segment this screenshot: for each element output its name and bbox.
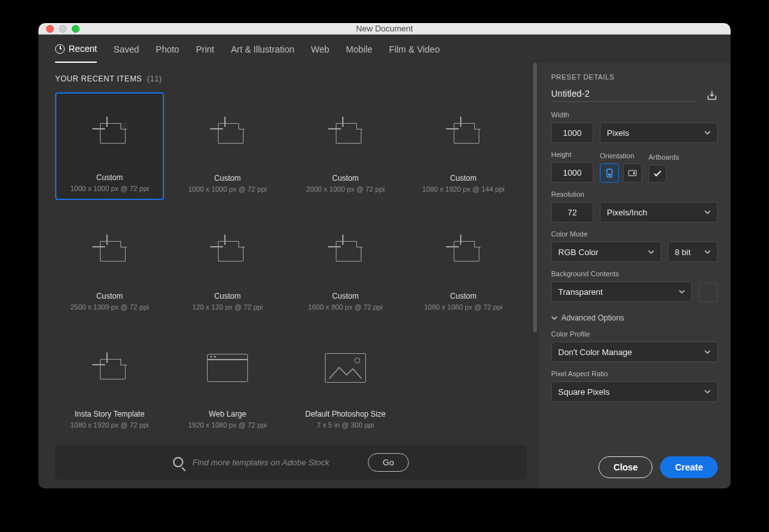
width-unit-value: Pixels [607, 128, 629, 138]
preset-card-subtitle: 1920 x 1080 px @ 72 ppi [188, 421, 267, 429]
preset-card[interactable]: Custom1000 x 1000 px @ 72 ppi [173, 92, 282, 200]
preset-card[interactable]: Web Large1920 x 1080 px @ 72 ppi [173, 328, 282, 436]
window-title: New Document [38, 24, 731, 33]
preset-card[interactable]: Default Photoshop Size7 x 5 in @ 300 ppi [291, 328, 400, 436]
chevron-down-icon [704, 388, 711, 395]
preset-card-subtitle: 2500 x 1309 px @ 72 ppi [70, 303, 149, 311]
resolution-input[interactable]: 72 [551, 202, 593, 222]
preset-grid: Custom1000 x 1000 px @ 72 ppiCustom1000 … [55, 92, 527, 436]
preset-card-subtitle: 7 x 5 in @ 300 ppi [317, 421, 374, 429]
preset-details-heading: PRESET DETAILS [551, 73, 718, 81]
page-icon [210, 211, 245, 289]
tab-print[interactable]: Print [196, 44, 215, 62]
svg-rect-1 [608, 174, 611, 176]
chevron-down-icon [704, 209, 711, 215]
chevron-down-icon [704, 349, 711, 355]
stock-search-bar: Find more templates on Adobe Stock Go [55, 445, 527, 479]
preset-card[interactable]: Custom120 x 120 px @ 72 ppi [173, 210, 282, 318]
photo-icon [325, 329, 366, 407]
save-preset-icon[interactable] [706, 90, 718, 101]
page-icon [446, 211, 481, 289]
preset-card-title: Custom [96, 292, 122, 301]
color-profile-value: Don't Color Manage [558, 347, 632, 357]
stock-search-input[interactable]: Find more templates on Adobe Stock [192, 458, 359, 467]
tab-label: Photo [156, 44, 179, 54]
close-button[interactable]: Close [599, 456, 652, 478]
color-profile-select[interactable]: Don't Color Manage [551, 342, 718, 362]
preset-card[interactable]: Custom1080 x 1080 px @ 72 ppi [409, 210, 518, 318]
scrollbar[interactable] [533, 63, 537, 332]
background-select[interactable]: Transparent [551, 281, 692, 302]
tab-art-illustration[interactable]: Art & Illustration [231, 44, 294, 62]
tab-photo[interactable]: Photo [156, 44, 179, 62]
tab-label: Mobile [346, 44, 372, 54]
orientation-portrait-button[interactable] [600, 163, 619, 183]
preset-card[interactable]: Insta Story Template1080 x 1920 px @ 72 … [55, 328, 164, 436]
preset-details-panel: PRESET DETAILS Untitled-2 Width 1000 Pix… [538, 63, 731, 488]
create-button[interactable]: Create [660, 456, 718, 478]
resolution-label: Resolution [551, 190, 718, 198]
orientation-label: Orientation [600, 152, 642, 160]
tab-label: Saved [113, 44, 139, 54]
tab-web[interactable]: Web [311, 44, 329, 62]
go-button[interactable]: Go [368, 453, 408, 472]
width-input[interactable]: 1000 [551, 122, 593, 143]
tab-recent[interactable]: Recent [55, 44, 97, 63]
preset-card[interactable]: Custom2500 x 1309 px @ 72 ppi [55, 210, 164, 318]
preset-card[interactable]: Custom1000 x 1000 px @ 72 ppi [55, 92, 164, 200]
pixel-aspect-ratio-select[interactable]: Square Pixels [551, 381, 718, 402]
color-mode-label: Color Mode [551, 230, 718, 238]
tab-label: Art & Illustration [231, 44, 294, 54]
preset-card-title: Insta Story Template [74, 410, 144, 419]
tab-label: Web [311, 44, 329, 54]
svg-rect-2 [629, 170, 636, 176]
width-label: Width [551, 111, 718, 119]
background-color-swatch[interactable] [699, 283, 718, 302]
tab-mobile[interactable]: Mobile [346, 44, 372, 62]
chevron-down-icon [704, 129, 711, 136]
preset-card[interactable]: Custom2000 x 1000 px @ 72 ppi [291, 92, 400, 200]
recent-heading: YOUR RECENT ITEMS (11) [55, 74, 527, 83]
width-unit-select[interactable]: Pixels [600, 122, 718, 143]
document-name-input[interactable]: Untitled-2 [551, 88, 697, 102]
preset-card[interactable]: Custom1080 x 1920 px @ 144 ppi [409, 92, 518, 200]
orientation-landscape-button[interactable] [623, 163, 642, 183]
background-value: Transparent [558, 287, 603, 297]
artboards-checkbox[interactable] [649, 165, 666, 183]
chevron-down-icon [551, 315, 558, 321]
chevron-down-icon [704, 249, 711, 255]
preset-card-subtitle: 1000 x 1000 px @ 72 ppi [70, 185, 149, 192]
advanced-options-toggle[interactable]: Advanced Options [551, 313, 718, 322]
svg-rect-3 [633, 172, 635, 174]
svg-rect-0 [607, 169, 612, 177]
chevron-down-icon [679, 288, 685, 295]
search-icon [173, 457, 183, 467]
new-document-window: New Document RecentSavedPhotoPrintArt & … [38, 23, 731, 488]
titlebar: New Document [38, 23, 731, 35]
preset-card-subtitle: 120 x 120 px @ 72 ppi [192, 303, 263, 311]
artboards-label: Artboards [649, 153, 679, 161]
page-icon [92, 211, 127, 289]
tab-label: Film & Video [389, 44, 440, 54]
advanced-options-label: Advanced Options [561, 313, 624, 322]
tab-label: Print [196, 44, 215, 54]
tab-saved[interactable]: Saved [113, 44, 139, 62]
page-icon [446, 93, 481, 171]
bit-depth-select[interactable]: 8 bit [668, 242, 718, 262]
preset-card-title: Default Photoshop Size [305, 410, 385, 419]
color-mode-value: RGB Color [558, 247, 599, 257]
resolution-unit-value: Pixels/Inch [607, 208, 647, 217]
resolution-unit-select[interactable]: Pixels/Inch [600, 202, 718, 222]
chevron-down-icon [648, 249, 654, 255]
page-icon [328, 93, 363, 171]
color-mode-select[interactable]: RGB Color [551, 242, 661, 262]
tab-film-video[interactable]: Film & Video [389, 44, 440, 62]
height-input[interactable]: 1000 [551, 162, 593, 183]
preset-card-title: Custom [332, 174, 358, 183]
preset-card[interactable]: Custom1600 x 800 px @ 72 ppi [291, 210, 400, 318]
preset-card-subtitle: 1080 x 1920 px @ 72 ppi [70, 421, 149, 429]
page-icon [328, 211, 363, 289]
color-profile-label: Color Profile [551, 330, 718, 338]
background-label: Background Contents [551, 270, 718, 278]
recent-count: (11) [147, 74, 161, 83]
